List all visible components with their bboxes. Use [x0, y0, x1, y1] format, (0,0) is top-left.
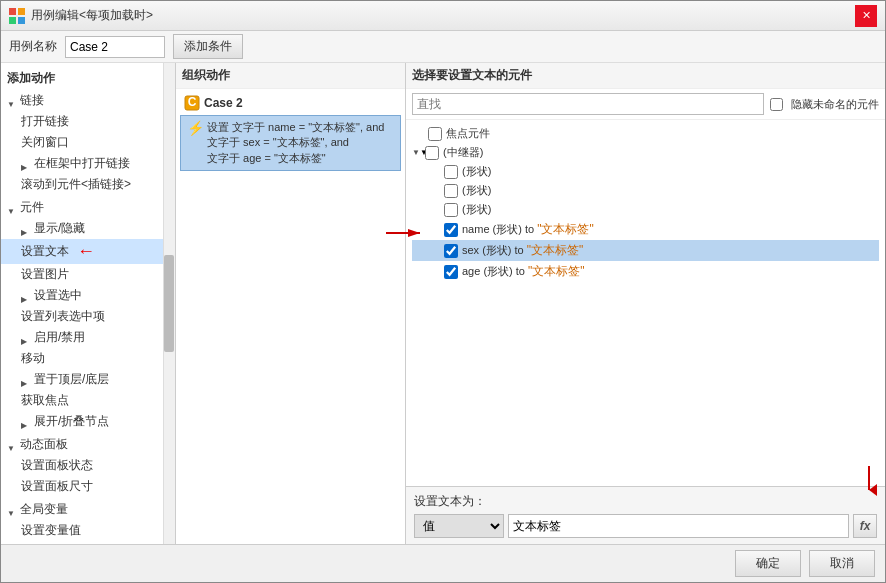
focus-element-checkbox[interactable] — [428, 127, 442, 141]
chevron-right-icon — [21, 333, 31, 343]
lightning-icon: ⚡ — [187, 120, 204, 136]
section-dynamic-panel-label: 动态面板 — [20, 436, 68, 453]
middle-panel-title: 组织动作 — [176, 63, 405, 89]
section-global-var: 全局变量 设置变量值 — [1, 499, 175, 541]
window-title: 用例编辑<每项加载时> — [31, 7, 153, 24]
focus-element-label: 焦点元件 — [446, 126, 490, 141]
scrollbar-thumb — [164, 255, 174, 351]
shape3-label: (形状) — [462, 202, 491, 217]
sex-element: sex (形状) to "文本标签" — [412, 240, 879, 261]
shape1-label: (形状) — [462, 164, 491, 179]
shape1-checkbox[interactable] — [444, 165, 458, 179]
action-scroll-to[interactable]: 滚动到元件<插链接> — [1, 174, 175, 195]
main-window: 用例编辑<每项加载时> ✕ 用例名称 添加条件 添加动作 链接 打开链接 关闭窗… — [0, 0, 886, 583]
action-item[interactable]: ⚡ 设置 文字于 name = "文本标签", and文字于 sex = "文本… — [180, 115, 401, 171]
middle-panel: 组织动作 C Case 2 ⚡ 设置 文字于 name = "文本标签", an… — [176, 63, 406, 544]
chevron-down-icon — [7, 203, 17, 213]
action-z-order[interactable]: 置于顶层/底层 — [1, 369, 175, 390]
case-header: C Case 2 — [180, 93, 401, 113]
close-button[interactable]: ✕ — [855, 5, 877, 27]
age-element: age (形状) to "文本标签" — [412, 261, 879, 282]
age-label: age (形状) to "文本标签" — [462, 263, 585, 280]
action-set-list[interactable]: 设置列表选中项 — [1, 306, 175, 327]
hide-unnamed-checkbox[interactable] — [770, 98, 783, 111]
chevron-down-icon: ▼ — [412, 148, 422, 158]
title-bar: 用例编辑<每项加载时> ✕ — [1, 1, 885, 31]
chevron-right-icon — [21, 159, 31, 169]
value-type-select[interactable]: 值 — [414, 514, 504, 538]
left-panel-scrollbar[interactable] — [163, 63, 175, 544]
action-set-panel-size[interactable]: 设置面板尺寸 — [1, 476, 175, 497]
title-controls: ✕ — [855, 5, 877, 27]
repeater-checkbox[interactable] — [425, 146, 439, 160]
section-global-var-header[interactable]: 全局变量 — [1, 499, 175, 520]
chevron-right-icon — [21, 375, 31, 385]
shape3-checkbox[interactable] — [444, 203, 458, 217]
section-links-header[interactable]: 链接 — [1, 90, 175, 111]
section-repeater: 中继器 添加排序 — [1, 543, 175, 544]
chevron-right-icon — [21, 224, 31, 234]
section-links: 链接 打开链接 关闭窗口 在框架中打开链接 滚动到元件<插链接> — [1, 90, 175, 195]
bottom-controls: 值 fx — [414, 514, 877, 538]
svg-rect-3 — [18, 17, 25, 24]
action-set-select[interactable]: 设置选中 — [1, 285, 175, 306]
name-element: name (形状) to "文本标签" — [412, 219, 879, 240]
repeater-section: ▼ (中继器) — [412, 143, 879, 162]
age-checkbox[interactable] — [444, 265, 458, 279]
shape2-checkbox[interactable] — [444, 184, 458, 198]
value-text-input[interactable] — [508, 514, 849, 538]
section-repeater-header[interactable]: 中继器 — [1, 543, 175, 544]
action-close-window[interactable]: 关闭窗口 — [1, 132, 175, 153]
action-set-panel-state[interactable]: 设置面板状态 — [1, 455, 175, 476]
action-open-link[interactable]: 打开链接 — [1, 111, 175, 132]
search-input[interactable] — [412, 93, 764, 115]
confirm-button[interactable]: 确定 — [735, 550, 801, 577]
chevron-right-icon — [21, 417, 31, 427]
section-dynamic-panel-header[interactable]: 动态面板 — [1, 434, 175, 455]
shape2-label: (形状) — [462, 183, 491, 198]
action-focus[interactable]: 获取焦点 — [1, 390, 175, 411]
sex-checkbox[interactable] — [444, 244, 458, 258]
chevron-down-icon — [7, 96, 17, 106]
bottom-config: 设置文本为： 值 fx — [406, 486, 885, 544]
section-links-label: 链接 — [20, 92, 44, 109]
case-name: Case 2 — [204, 96, 243, 110]
add-condition-button[interactable]: 添加条件 — [173, 34, 243, 59]
title-bar-left: 用例编辑<每项加载时> — [9, 7, 153, 24]
right-panel: 选择要设置文本的元件 隐藏未命名的元件 焦点元件 ▼ (中继器) — [406, 63, 885, 544]
action-set-image[interactable]: 设置图片 — [1, 264, 175, 285]
toolbar: 用例名称 添加条件 — [1, 31, 885, 63]
section-components: 元件 显示/隐藏 设置文本 ← 设置图片 设置选中 设置列表选中项 启用/禁用 … — [1, 197, 175, 432]
svg-rect-0 — [9, 8, 16, 15]
svg-text:C: C — [188, 95, 197, 109]
footer: 确定 取消 — [1, 544, 885, 582]
action-set-text[interactable]: 设置文本 ← — [1, 239, 175, 264]
action-open-in-frame[interactable]: 在框架中打开链接 — [1, 153, 175, 174]
right-arrow-icon — [386, 223, 426, 243]
name-label: 用例名称 — [9, 38, 57, 55]
action-set-var[interactable]: 设置变量值 — [1, 520, 175, 541]
chevron-right-icon — [21, 291, 31, 301]
section-global-var-label: 全局变量 — [20, 501, 68, 518]
section-components-header[interactable]: 元件 — [1, 197, 175, 218]
fx-button[interactable]: fx — [853, 514, 877, 538]
action-show-hide[interactable]: 显示/隐藏 — [1, 218, 175, 239]
app-icon — [9, 8, 25, 24]
section-dynamic-panel: 动态面板 设置面板状态 设置面板尺寸 — [1, 434, 175, 497]
case-icon: C — [184, 95, 200, 111]
action-expand-collapse[interactable]: 展开/折叠节点 — [1, 411, 175, 432]
shape-element-1: (形状) — [412, 162, 879, 181]
cancel-button[interactable]: 取消 — [809, 550, 875, 577]
action-move[interactable]: 移动 — [1, 348, 175, 369]
shape-element-3: (形状) — [412, 200, 879, 219]
action-enable-disable[interactable]: 启用/禁用 — [1, 327, 175, 348]
left-panel-title: 添加动作 — [1, 67, 175, 90]
elements-tree: 焦点元件 ▼ (中继器) (形状) (形状) — [406, 120, 885, 486]
chevron-down-icon — [7, 505, 17, 515]
svg-rect-1 — [18, 8, 25, 15]
case-name-input[interactable] — [65, 36, 165, 58]
name-label: name (形状) to "文本标签" — [462, 221, 594, 238]
left-panel: 添加动作 链接 打开链接 关闭窗口 在框架中打开链接 滚动到元件<插链接> 元件 — [1, 63, 176, 544]
name-checkbox[interactable] — [444, 223, 458, 237]
search-bar: 隐藏未命名的元件 — [406, 89, 885, 120]
